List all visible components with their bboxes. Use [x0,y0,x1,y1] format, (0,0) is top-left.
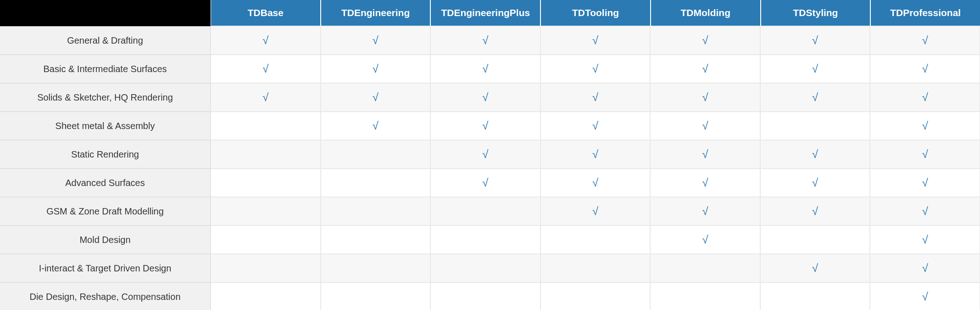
row-label: Advanced Surfaces [0,169,211,197]
feature-cell: √ [760,83,870,112]
feature-cell: √ [650,26,760,55]
table-row: Basic & Intermediate Surfaces√√√√√√√ [0,55,980,83]
column-header: TDProfessional [870,0,980,26]
feature-cell [430,225,540,254]
row-label: Solids & Sketcher, HQ Rendering [0,83,211,112]
table-row: Advanced Surfaces√√√√√ [0,169,980,197]
feature-cell: √ [430,55,540,83]
table-row: Static Rendering√√√√√ [0,140,980,169]
feature-cell: √ [760,26,870,55]
feature-cell: √ [540,169,651,197]
feature-cell: √ [650,169,760,197]
feature-cell [760,282,870,310]
feature-cell: √ [430,83,540,112]
feature-cell: √ [650,112,760,140]
feature-cell [760,225,870,254]
feature-cell: √ [430,169,540,197]
column-header: TDBase [211,0,321,26]
row-label: Die Design, Reshape, Compensation [0,282,211,310]
feature-cell [321,254,431,282]
column-header: TDTooling [540,0,651,26]
feature-cell [650,282,760,310]
feature-cell: √ [650,55,760,83]
feature-cell: √ [211,83,321,112]
feature-cell [211,225,321,254]
feature-cell: √ [870,197,980,225]
feature-cell: √ [870,112,980,140]
table-row: Mold Design√√ [0,225,980,254]
feature-cell: √ [870,140,980,169]
feature-cell: √ [540,83,651,112]
feature-cell: √ [870,83,980,112]
feature-cell: √ [430,26,540,55]
feature-cell [760,112,870,140]
feature-cell: √ [870,225,980,254]
feature-cell: √ [540,197,651,225]
feature-cell: √ [321,26,431,55]
row-label: Static Rendering [0,140,211,169]
column-header: TDEngineering [321,0,431,26]
feature-cell: √ [321,83,431,112]
feature-cell [430,282,540,310]
feature-cell [211,112,321,140]
feature-cell [430,254,540,282]
feature-cell: √ [321,112,431,140]
feature-cell [540,254,651,282]
table-header-row: TDBaseTDEngineeringTDEngineeringPlusTDTo… [0,0,980,26]
feature-cell [321,225,431,254]
feature-cell [211,197,321,225]
feature-cell [321,140,431,169]
feature-cell [321,282,431,310]
column-header: TDMolding [651,0,761,26]
row-label: General & Drafting [0,26,211,55]
feature-cell: √ [870,169,980,197]
feature-cell: √ [321,55,431,83]
feature-cell: √ [540,112,651,140]
feature-cell: √ [211,26,321,55]
feature-cell: √ [760,197,870,225]
table-row: I-interact & Target Driven Design√√ [0,254,980,282]
feature-cell: √ [211,55,321,83]
table-row: Sheet metal & Assembly√√√√√ [0,112,980,140]
feature-cell: √ [430,140,540,169]
table-row: General & Drafting√√√√√√√ [0,26,980,55]
feature-cell: √ [870,282,980,310]
feature-cell: √ [540,55,651,83]
feature-cell: √ [650,197,760,225]
feature-cell [211,169,321,197]
feature-cell: √ [430,112,540,140]
row-label: I-interact & Target Driven Design [0,254,211,282]
feature-cell: √ [760,254,870,282]
table-row: Die Design, Reshape, Compensation√ [0,282,980,310]
feature-cell [430,197,540,225]
feature-comparison-table: TDBaseTDEngineeringTDEngineeringPlusTDTo… [0,0,980,310]
feature-cell: √ [870,26,980,55]
row-label: Sheet metal & Assembly [0,112,211,140]
feature-cell [540,282,651,310]
feature-cell: √ [870,254,980,282]
table-header-corner [0,0,211,26]
row-label: Basic & Intermediate Surfaces [0,55,211,83]
row-label: Mold Design [0,225,211,254]
table-row: GSM & Zone Draft Modelling√√√√ [0,197,980,225]
feature-cell [211,282,321,310]
row-label: GSM & Zone Draft Modelling [0,197,211,225]
feature-cell [540,225,651,254]
feature-cell [211,140,321,169]
feature-cell: √ [760,169,870,197]
feature-cell: √ [760,140,870,169]
feature-cell [321,169,431,197]
table-row: Solids & Sketcher, HQ Rendering√√√√√√√ [0,83,980,112]
feature-cell: √ [540,26,651,55]
column-header: TDEngineeringPlus [430,0,540,26]
feature-cell [650,254,760,282]
feature-cell: √ [540,140,651,169]
feature-cell [321,197,431,225]
feature-cell: √ [650,225,760,254]
column-header: TDStyling [761,0,871,26]
feature-cell: √ [760,55,870,83]
feature-cell [211,254,321,282]
feature-cell: √ [650,83,760,112]
feature-cell: √ [870,55,980,83]
feature-cell: √ [650,140,760,169]
